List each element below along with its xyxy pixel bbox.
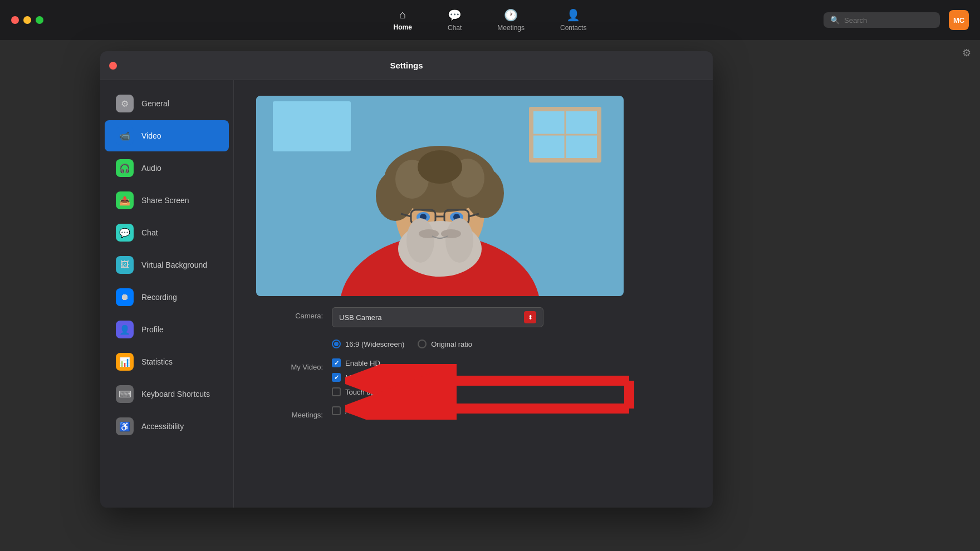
traffic-light-yellow[interactable] — [23, 16, 31, 24]
sidebar-label-recording: Recording — [141, 293, 177, 302]
video-preview — [256, 96, 624, 296]
svg-point-28 — [419, 229, 439, 238]
person-svg — [256, 96, 624, 296]
settings-sidebar: ⚙ General 📹 Video 🎧 Audio 📤 Share Screen… — [100, 80, 234, 508]
sidebar-item-virtual-background[interactable]: 🖼 Virtual Background — [105, 249, 229, 281]
sidebar-item-audio[interactable]: 🎧 Audio — [105, 152, 229, 184]
svg-point-26 — [406, 218, 434, 263]
nav-tab-home-label: Home — [394, 23, 412, 31]
virtual-background-icon: 🖼 — [116, 256, 134, 274]
checkbox-mirror-video[interactable]: Mirror my video — [332, 373, 690, 382]
nav-tabs: ⌂ Home 💬 Chat 🕐 Meetings 👤 Contacts — [376, 4, 605, 36]
sidebar-label-keyboard-shortcuts: Keyboard Shortcuts — [141, 390, 210, 399]
checkbox-box-touch-up — [332, 387, 341, 396]
svg-rect-5 — [273, 101, 351, 151]
search-icon: 🔍 — [830, 16, 840, 24]
meetings-control: Always display participant name on their… — [332, 406, 690, 415]
sidebar-item-accessibility[interactable]: ♿ Accessibility — [105, 411, 229, 442]
nav-tab-contacts-label: Contacts — [560, 24, 586, 32]
checkbox-label-enable-hd: Enable HD — [345, 359, 380, 367]
dropdown-arrow-icon: ⬍ — [524, 311, 536, 323]
checkbox-box-display-name — [332, 406, 341, 415]
settings-window: Settings ⚙ General 📹 Video 🎧 Audio 📤 Sha… — [100, 51, 713, 508]
traffic-light-red[interactable] — [11, 16, 19, 24]
sidebar-label-audio: Audio — [141, 164, 161, 173]
radio-label-original: Original ratio — [431, 340, 472, 348]
statistics-icon: 📊 — [116, 353, 134, 371]
video-preview-inner — [256, 96, 624, 296]
settings-titlebar: Settings — [100, 51, 713, 80]
checkbox-enable-hd[interactable]: Enable HD — [332, 358, 690, 367]
sidebar-label-profile: Profile — [141, 325, 164, 334]
svg-point-14 — [418, 150, 462, 184]
aspect-ratio-label — [256, 337, 323, 342]
sidebar-item-recording[interactable]: ⏺ Recording — [105, 282, 229, 313]
sidebar-label-share-screen: Share Screen — [141, 196, 189, 205]
checkbox-label-mirror-video: Mirror my video — [345, 373, 395, 382]
sidebar-label-statistics: Statistics — [141, 357, 173, 366]
general-icon: ⚙ — [116, 95, 134, 112]
meetings-icon: 🕐 — [504, 8, 518, 22]
camera-row: Camera: USB Camera ⬍ — [256, 307, 690, 327]
contacts-icon: 👤 — [566, 8, 580, 22]
traffic-light-green[interactable] — [36, 16, 43, 24]
radio-circle-original — [418, 340, 427, 348]
radio-circle-widescreen — [332, 340, 341, 348]
nav-tab-contacts[interactable]: 👤 Contacts — [542, 4, 604, 36]
recording-icon: ⏺ — [116, 288, 134, 306]
nav-tab-meetings-label: Meetings — [497, 24, 525, 32]
chat-sidebar-icon: 💬 — [116, 224, 134, 242]
sidebar-item-keyboard-shortcuts[interactable]: ⌨ Keyboard Shortcuts — [105, 378, 229, 410]
camera-control: USB Camera ⬍ — [332, 307, 690, 327]
checkbox-touch-up[interactable]: Touch up my appearance — [332, 387, 690, 396]
svg-point-29 — [441, 229, 461, 238]
radio-widescreen[interactable]: 16:9 (Widescreen) — [332, 340, 404, 348]
sidebar-label-chat: Chat — [141, 228, 158, 237]
profile-icon: 👤 — [116, 321, 134, 338]
sidebar-label-video: Video — [141, 131, 161, 140]
nav-tab-chat[interactable]: 💬 Chat — [430, 4, 479, 36]
settings-close-button[interactable] — [109, 62, 117, 70]
sidebar-label-general: General — [141, 99, 169, 108]
camera-label: Camera: — [256, 307, 323, 320]
top-right-controls: 🔍 MC — [824, 10, 969, 30]
nav-tab-home[interactable]: ⌂ Home — [376, 4, 430, 36]
checkbox-display-name[interactable]: Always display participant name on their… — [332, 406, 690, 415]
camera-value: USB Camera — [339, 313, 382, 322]
sidebar-item-video[interactable]: 📹 Video — [105, 120, 229, 151]
nav-tab-chat-label: Chat — [448, 24, 462, 32]
avatar[interactable]: MC — [949, 10, 969, 30]
video-icon: 📹 — [116, 127, 134, 145]
sidebar-item-share-screen[interactable]: 📤 Share Screen — [105, 185, 229, 216]
gear-icon[interactable]: ⚙ — [962, 47, 971, 59]
sidebar-item-profile[interactable]: 👤 Profile — [105, 314, 229, 345]
search-box[interactable]: 🔍 — [824, 12, 940, 28]
accessibility-icon: ♿ — [116, 417, 134, 435]
search-input[interactable] — [844, 16, 933, 24]
share-screen-icon: 📤 — [116, 191, 134, 209]
settings-body: ⚙ General 📹 Video 🎧 Audio 📤 Share Screen… — [100, 80, 713, 508]
nav-tab-meetings[interactable]: 🕐 Meetings — [479, 4, 542, 36]
sidebar-label-virtual-background: Virtual Background — [141, 260, 207, 269]
settings-main-content: Camera: USB Camera ⬍ 16:9 (Widescreen) — [234, 80, 713, 508]
aspect-ratio-row: 16:9 (Widescreen) Original ratio — [256, 337, 690, 348]
radio-original[interactable]: Original ratio — [418, 340, 472, 348]
checkbox-box-mirror-video — [332, 373, 341, 382]
radio-label-widescreen: 16:9 (Widescreen) — [345, 340, 404, 348]
aspect-ratio-control: 16:9 (Widescreen) Original ratio — [332, 337, 690, 348]
traffic-lights — [11, 16, 43, 24]
checkbox-label-touch-up: Touch up my appearance — [345, 388, 427, 396]
keyboard-icon: ⌨ — [116, 385, 134, 403]
checkbox-label-display-name: Always display participant name on their… — [345, 407, 497, 415]
sidebar-item-statistics[interactable]: 📊 Statistics — [105, 346, 229, 377]
sidebar-item-general[interactable]: ⚙ General — [105, 88, 229, 119]
home-icon: ⌂ — [399, 8, 406, 21]
checkbox-box-enable-hd — [332, 358, 341, 367]
settings-title: Settings — [390, 61, 423, 70]
top-bar: ⌂ Home 💬 Chat 🕐 Meetings 👤 Contacts 🔍 MC — [0, 0, 980, 40]
svg-point-27 — [445, 218, 473, 263]
meetings-row: Meetings: Always display participant nam… — [256, 406, 690, 419]
my-video-control: Enable HD Mirror my video Touch up my ap… — [332, 358, 690, 396]
camera-dropdown[interactable]: USB Camera ⬍ — [332, 307, 543, 327]
sidebar-item-chat[interactable]: 💬 Chat — [105, 217, 229, 248]
